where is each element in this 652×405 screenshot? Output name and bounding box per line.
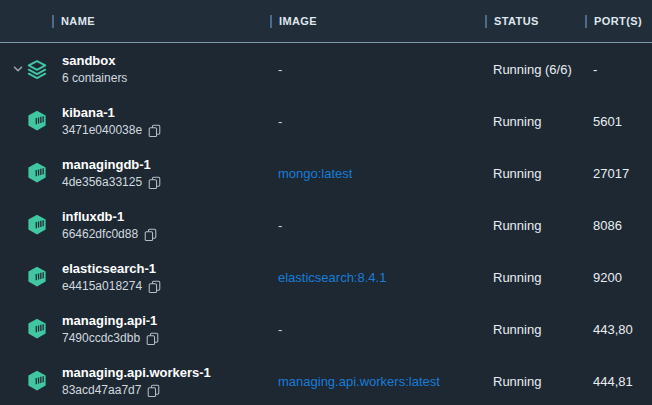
ports-text: 5601 (585, 114, 652, 129)
column-divider (485, 15, 487, 28)
container-cube-icon (26, 370, 48, 393)
image-text: - (278, 62, 282, 77)
table-row[interactable]: managing.api.workers-1 83acd47aa7d7 mana… (0, 355, 652, 405)
name-cell: kibana-1 3471e040038e (0, 104, 270, 138)
table-row[interactable]: influxdb-1 66462dfc0d88 - Running 8086 (0, 199, 652, 251)
container-id: 66462dfc0d88 (62, 226, 138, 242)
image-text: - (278, 218, 282, 233)
container-id: 83acd47aa7d7 (62, 382, 141, 398)
status-text: Running (485, 114, 585, 129)
name-cell: managing.api-1 7490ccdc3dbb (0, 312, 270, 346)
table-row[interactable]: managingdb-1 4de356a33125 mongo:latest R… (0, 147, 652, 199)
copy-icon[interactable] (148, 176, 161, 189)
ports-text: 8086 (585, 218, 652, 233)
layers-icon (26, 58, 48, 81)
column-header-name[interactable]: NAME (0, 15, 270, 28)
container-name: managingdb-1 (62, 156, 161, 173)
ports-text: 443,80 (585, 322, 652, 337)
container-name: managing.api.workers-1 (62, 364, 211, 381)
table-row[interactable]: managing.api-1 7490ccdc3dbb - Running 44… (0, 303, 652, 355)
container-cube-icon (26, 162, 48, 185)
chevron-down-icon[interactable] (12, 63, 26, 75)
copy-icon[interactable] (146, 332, 159, 345)
copy-icon[interactable] (144, 228, 157, 241)
copy-icon[interactable] (148, 124, 161, 137)
status-text: Running (485, 270, 585, 285)
status-text: Running (485, 322, 585, 337)
container-name: influxdb-1 (62, 208, 157, 225)
ports-text: 9200 (585, 270, 652, 285)
status-text: Running (485, 166, 585, 181)
container-id: 7490ccdc3dbb (62, 330, 140, 346)
table-row[interactable]: sandbox 6 containers - Running (6/6) - (0, 43, 652, 95)
container-name: managing.api-1 (62, 312, 159, 329)
name-cell: managing.api.workers-1 83acd47aa7d7 (0, 364, 270, 398)
container-name: kibana-1 (62, 104, 161, 121)
copy-icon[interactable] (148, 280, 161, 293)
name-cell: influxdb-1 66462dfc0d88 (0, 208, 270, 242)
table-row[interactable]: kibana-1 3471e040038e - Running 5601 (0, 95, 652, 147)
column-header-image[interactable]: IMAGE (270, 15, 485, 28)
ports-text: 27017 (585, 166, 652, 181)
image-text: - (278, 114, 282, 129)
column-header-ports[interactable]: PORT(S) (585, 15, 652, 28)
column-divider (585, 15, 587, 28)
container-id: 4de356a33125 (62, 174, 142, 190)
column-header-label: STATUS (494, 15, 539, 27)
status-text: Running (6/6) (485, 62, 585, 77)
column-divider (52, 15, 54, 28)
image-link[interactable]: managing.api.workers:latest (278, 374, 440, 389)
name-cell: sandbox 6 containers (0, 52, 270, 86)
column-header-label: IMAGE (279, 15, 317, 27)
containers-table: NAME IMAGE STATUS PORT(S) (0, 0, 652, 405)
image-link[interactable]: mongo:latest (278, 166, 352, 181)
column-header-label: PORT(S) (594, 15, 642, 27)
image-text: - (278, 322, 282, 337)
column-divider (270, 15, 272, 28)
table-header: NAME IMAGE STATUS PORT(S) (0, 0, 652, 43)
name-cell: elasticsearch-1 e4415a018274 (0, 260, 270, 294)
column-header-label: NAME (61, 15, 95, 27)
ports-text: - (585, 62, 652, 77)
container-cube-icon (26, 266, 48, 289)
group-name: sandbox (62, 52, 127, 69)
image-link[interactable]: elasticsearch:8.4.1 (278, 270, 386, 285)
status-text: Running (485, 218, 585, 233)
group-subtitle: 6 containers (62, 70, 127, 86)
name-cell: managingdb-1 4de356a33125 (0, 156, 270, 190)
container-name: elasticsearch-1 (62, 260, 161, 277)
copy-icon[interactable] (147, 384, 160, 397)
container-id: 3471e040038e (62, 122, 142, 138)
container-id: e4415a018274 (62, 278, 142, 294)
table-row[interactable]: elasticsearch-1 e4415a018274 elasticsear… (0, 251, 652, 303)
container-cube-icon (26, 318, 48, 341)
container-cube-icon (26, 110, 48, 133)
container-cube-icon (26, 214, 48, 237)
column-header-status[interactable]: STATUS (485, 15, 585, 28)
ports-text: 444,81 (585, 374, 652, 389)
status-text: Running (485, 374, 585, 389)
